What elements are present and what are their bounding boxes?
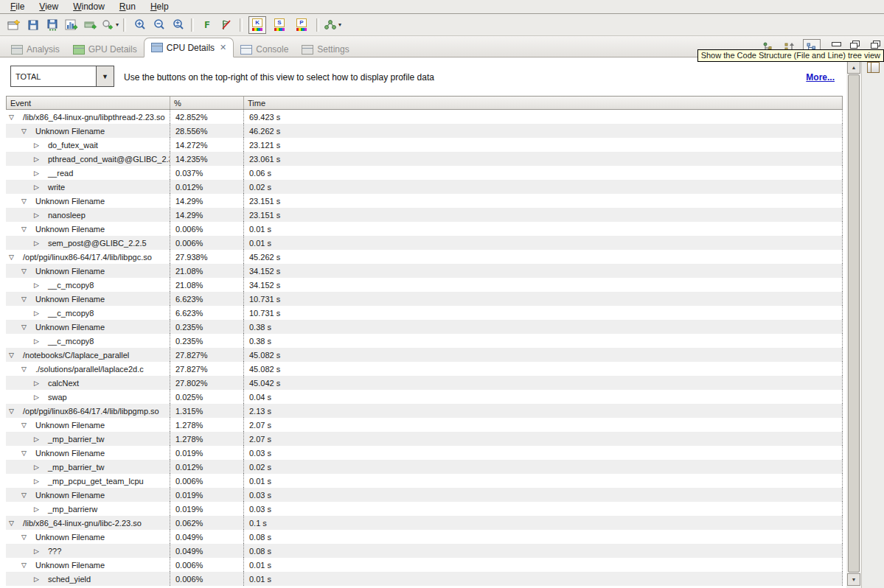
tab-cpu-details[interactable]: CPU Details ✕ xyxy=(144,38,234,57)
table-row[interactable]: ▷ __c_mcopy8 21.08% 34.152 s xyxy=(6,278,843,292)
table-row[interactable]: ▷ _mp_barrier_tw 0.012% 0.02 s xyxy=(6,460,843,474)
tree-toggle-icon[interactable]: ▷ xyxy=(34,239,43,247)
table-row[interactable]: ▽ Unknown Filename 0.019% 0.03 s xyxy=(6,488,843,502)
table-row[interactable]: ▽ Unknown Filename 0.235% 0.38 s xyxy=(6,320,843,334)
tree-toggle-icon[interactable]: ▷ xyxy=(34,547,43,555)
combo-dropdown-button[interactable]: ▼ xyxy=(96,66,114,86)
table-row[interactable]: ▷ swap 0.025% 0.04 s xyxy=(6,390,843,404)
table-row[interactable]: ▽ Unknown Filename 0.006% 0.01 s xyxy=(6,558,843,572)
zoom-in-icon[interactable] xyxy=(130,16,148,34)
table-row[interactable]: ▷ write 0.012% 0.02 s xyxy=(6,180,843,194)
table-row[interactable]: ▽ Unknown Filename 0.049% 0.08 s xyxy=(6,530,843,544)
scroll-down-button[interactable]: ▼ xyxy=(847,573,860,586)
table-row[interactable]: ▽ Unknown Filename 21.08% 34.152 s xyxy=(6,264,843,278)
tree-toggle-icon[interactable]: ▽ xyxy=(21,127,30,135)
table-row[interactable]: ▽ /notebooks/C/laplace_parallel 27.827% … xyxy=(6,348,843,362)
tree-toggle-icon[interactable]: ▽ xyxy=(21,533,30,541)
tree-toggle-icon[interactable]: ▽ xyxy=(9,351,18,359)
tree-toggle-icon[interactable]: ▽ xyxy=(21,561,30,569)
profile-application-icon[interactable] xyxy=(63,16,80,34)
table-row[interactable]: ▷ __read 0.037% 0.06 s xyxy=(6,166,843,180)
table-row[interactable]: ▷ _mp_barrierw 0.019% 0.03 s xyxy=(6,502,843,516)
table-row[interactable]: ▽ Unknown Filename 28.556% 46.262 s xyxy=(6,124,843,138)
table-row[interactable]: ▽ /opt/pgi/linux86-64/17.4/lib/libpgc.so… xyxy=(6,250,843,264)
import-icon[interactable] xyxy=(82,16,100,34)
table-row[interactable]: ▷ __c_mcopy8 0.235% 0.38 s xyxy=(6,334,843,348)
table-row[interactable]: ▽ Unknown Filename 6.623% 10.731 s xyxy=(6,292,843,306)
tab-close-icon[interactable]: ✕ xyxy=(220,43,226,52)
tree-toggle-icon[interactable]: ▽ xyxy=(9,253,18,261)
scroll-up-button[interactable]: ▲ xyxy=(847,61,860,74)
save-icon[interactable] xyxy=(24,16,42,34)
tree-toggle-icon[interactable]: ▷ xyxy=(34,155,43,163)
tree-toggle-icon[interactable]: ▽ xyxy=(9,113,18,121)
save-all-icon[interactable] xyxy=(43,16,61,34)
tree-toggle-icon[interactable]: ▽ xyxy=(21,365,30,373)
zoom-out-icon[interactable] xyxy=(150,16,167,34)
tree-toggle-icon[interactable]: ▽ xyxy=(9,407,18,415)
column-header-percent[interactable]: % xyxy=(170,97,244,109)
search-run-icon[interactable]: ▾ xyxy=(101,16,119,34)
menu-file[interactable]: File xyxy=(3,1,32,13)
tree-toggle-icon[interactable]: ▷ xyxy=(34,309,43,317)
tree-toggle-icon[interactable]: ▷ xyxy=(34,281,43,289)
table-row[interactable]: ▽ /lib/x86_64-linux-gnu/libc-2.23.so 0.0… xyxy=(6,516,843,530)
table-row[interactable]: ▽ /lib/x86_64-linux-gnu/libpthread-2.23.… xyxy=(6,110,843,124)
tree-toggle-icon[interactable]: ▷ xyxy=(34,463,43,471)
tree-toggle-icon[interactable]: ▽ xyxy=(21,295,30,303)
tab-gpu-details[interactable]: GPU Details xyxy=(66,41,144,57)
vertical-scrollbar[interactable]: ▲ ▼ xyxy=(846,57,861,588)
more-link[interactable]: More... xyxy=(806,72,835,83)
menu-run[interactable]: Run xyxy=(112,1,143,13)
table-row[interactable]: ▷ __c_mcopy8 6.623% 10.731 s xyxy=(6,306,843,320)
table-row[interactable]: ▷ _mp_barrier_tw 1.278% 2.07 s xyxy=(6,432,843,446)
tab-settings[interactable]: Settings xyxy=(295,41,355,57)
tree-toggle-icon[interactable]: ▽ xyxy=(21,267,30,275)
table-row[interactable]: ▷ do_futex_wait 14.272% 23.121 s xyxy=(6,138,843,152)
table-row[interactable]: ▽ Unknown Filename 0.006% 0.01 s xyxy=(6,222,843,236)
maximize-view-icon[interactable] xyxy=(850,41,859,48)
marker-forward-icon[interactable]: F xyxy=(198,16,216,34)
marker-clear-icon[interactable] xyxy=(217,16,235,34)
table-row[interactable]: ▽ /opt/pgi/linux86-64/17.4/lib/libpgmp.s… xyxy=(6,404,843,418)
table-row[interactable]: ▽ Unknown Filename 0.019% 0.03 s xyxy=(6,446,843,460)
table-row[interactable]: ▽ Unknown Filename 14.29% 23.151 s xyxy=(6,194,843,208)
table-row[interactable]: ▷ sem_post@@GLIBC_2.2.5 0.006% 0.01 s xyxy=(6,236,843,250)
tab-analysis[interactable]: Analysis xyxy=(4,41,66,57)
table-row[interactable]: ▷ calcNext 27.802% 45.042 s xyxy=(6,376,843,390)
tree-toggle-icon[interactable]: ▷ xyxy=(34,379,43,387)
table-row[interactable]: ▷ ??? 0.049% 0.08 s xyxy=(6,544,843,558)
table-row[interactable]: ▽ ./solutions/parallel/laplace2d.c 27.82… xyxy=(6,362,843,376)
menu-view[interactable]: View xyxy=(32,1,66,13)
column-header-time[interactable]: Time xyxy=(244,97,842,109)
tree-toggle-icon[interactable]: ▽ xyxy=(21,323,30,331)
tree-toggle-icon[interactable]: ▷ xyxy=(34,169,43,177)
menu-help[interactable]: Help xyxy=(143,1,176,13)
table-row[interactable]: ▷ nanosleep 14.29% 23.151 s xyxy=(6,208,843,222)
menu-window[interactable]: Window xyxy=(66,1,112,13)
process-mode-icon[interactable]: P xyxy=(293,16,310,34)
new-session-icon[interactable] xyxy=(5,16,23,34)
column-header-event[interactable]: Event xyxy=(7,97,170,109)
chevron-down-icon[interactable]: ▾ xyxy=(338,21,341,28)
zoom-reset-icon[interactable] xyxy=(169,16,187,34)
tree-toggle-icon[interactable]: ▽ xyxy=(9,519,18,527)
table-row[interactable]: ▷ pthread_cond_wait@@GLIBC_2.3 14.235% 2… xyxy=(6,152,843,166)
table-row[interactable]: ▷ sched_yield 0.006% 0.01 s xyxy=(6,572,843,586)
tree-toggle-icon[interactable]: ▷ xyxy=(34,505,43,513)
tree-toggle-icon[interactable]: ▷ xyxy=(34,575,43,583)
display-mode-combobox[interactable]: TOTAL ▼ xyxy=(10,66,114,87)
minimized-view-icon[interactable] xyxy=(867,62,880,73)
tab-console[interactable]: Console xyxy=(234,41,295,57)
tree-toggle-icon[interactable]: ▷ xyxy=(34,337,43,345)
minimize-view-icon[interactable] xyxy=(832,42,841,46)
tree-toggle-icon[interactable]: ▷ xyxy=(34,393,43,401)
tree-toggle-icon[interactable]: ▷ xyxy=(34,477,43,485)
kernel-mode-icon[interactable]: K xyxy=(248,16,266,34)
tree-toggle-icon[interactable]: ▽ xyxy=(21,197,30,205)
restore-view-icon[interactable] xyxy=(871,41,880,48)
scrollbar-thumb[interactable] xyxy=(848,74,860,573)
topology-icon[interactable]: ▾ xyxy=(324,16,341,34)
table-row[interactable]: ▷ _mp_pcpu_get_team_lcpu 0.006% 0.01 s xyxy=(6,474,843,488)
chevron-down-icon[interactable]: ▾ xyxy=(116,21,119,28)
